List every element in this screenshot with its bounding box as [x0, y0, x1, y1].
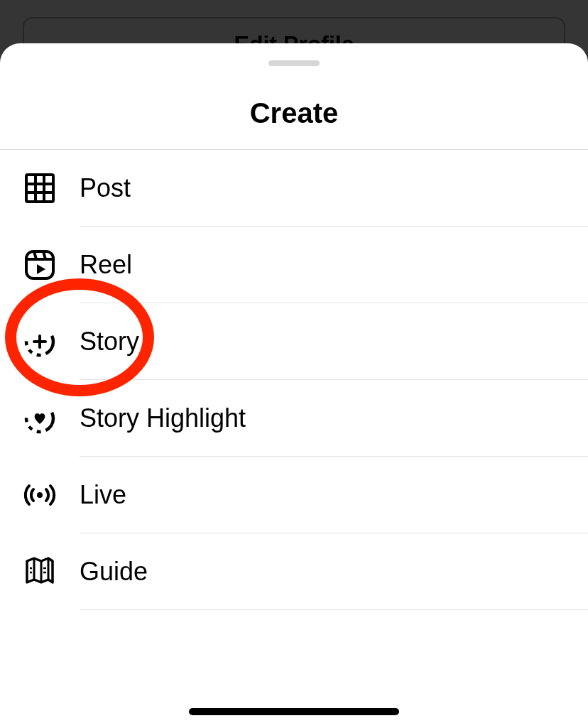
svg-marker-9: [37, 264, 45, 274]
menu-item-label: Post: [80, 173, 131, 203]
svg-point-14: [37, 492, 43, 498]
menu-item-label: Story: [80, 327, 139, 357]
menu-item-reel[interactable]: Reel: [0, 227, 588, 303]
story-plus-icon: [23, 325, 57, 359]
sheet-title: Create: [0, 97, 588, 129]
svg-rect-5: [26, 251, 53, 278]
item-divider: [80, 609, 588, 610]
create-menu: Post Reel: [0, 150, 588, 610]
grid-icon: [23, 171, 57, 205]
menu-item-story-highlight[interactable]: Story Highlight: [0, 380, 588, 457]
menu-item-label: Guide: [80, 557, 148, 587]
menu-item-live[interactable]: Live: [0, 457, 588, 533]
menu-item-story[interactable]: Story: [0, 303, 588, 380]
menu-item-post[interactable]: Post: [0, 150, 588, 227]
guide-icon: [23, 555, 57, 589]
svg-rect-0: [26, 175, 53, 202]
reel-icon: [23, 248, 57, 282]
home-indicator[interactable]: [189, 708, 399, 715]
menu-item-label: Reel: [80, 250, 132, 280]
menu-item-label: Live: [80, 480, 126, 510]
menu-item-label: Story Highlight: [80, 403, 246, 433]
story-heart-icon: [23, 401, 57, 435]
menu-item-guide[interactable]: Guide: [0, 533, 588, 610]
sheet-grabber[interactable]: [268, 60, 320, 66]
live-icon: [23, 478, 57, 512]
create-bottom-sheet: Create Post: [0, 43, 588, 728]
